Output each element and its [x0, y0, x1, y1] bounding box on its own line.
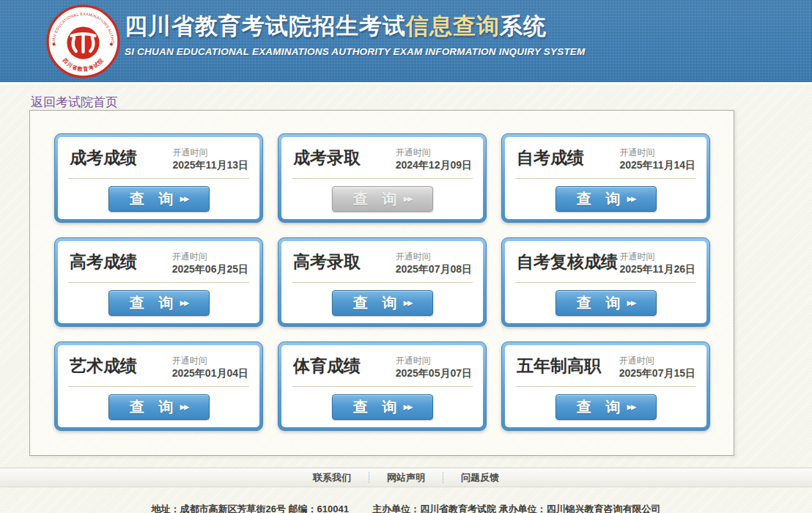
query-button[interactable]: 查 询▸▸ [108, 290, 210, 316]
card-button-row: 查 询▸▸ [281, 179, 483, 219]
query-button[interactable]: 查 询▸▸ [556, 186, 657, 212]
card-head: 体育成绩 开通时间 2025年05月07日 [281, 345, 483, 386]
seal-diamond-left: ◆ [52, 41, 56, 46]
query-button-label: 查 询 [576, 293, 620, 313]
card-sports-score: 体育成绩 开通时间 2025年05月07日 查 询▸▸ [278, 342, 487, 431]
open-time-label: 开通时间 [396, 355, 472, 366]
organizer-text: 主办单位：四川省教育考试院 承办单位：四川锦兴教育咨询有限公司 [372, 503, 661, 513]
card-title: 自考成绩 [517, 147, 584, 169]
query-button-label: 查 询 [129, 293, 173, 313]
card-button-row: 查 询▸▸ [281, 387, 483, 427]
double-arrow-icon: ▸▸ [180, 192, 188, 205]
query-button-disabled[interactable]: 查 询▸▸ [332, 186, 433, 212]
card-head: 自考复核成绩 开通时间 2025年11月26日 [505, 241, 706, 282]
contact-us-link[interactable]: 联系我们 [313, 472, 351, 483]
card-button-row: 查 询▸▸ [58, 283, 259, 323]
seal-diamond-right: ◆ [110, 41, 114, 46]
query-button[interactable]: 查 询▸▸ [556, 394, 657, 420]
open-time-label: 开通时间 [619, 355, 695, 366]
double-arrow-icon: ▸▸ [403, 296, 411, 309]
site-title-prefix: 四川省教育考试院招生考试 [125, 13, 406, 39]
open-time-block: 开通时间 2025年01月04日 [172, 355, 248, 380]
card-art-score: 艺术成绩 开通时间 2025年01月04日 查 询▸▸ [54, 342, 263, 431]
query-button[interactable]: 查 询▸▸ [332, 394, 433, 420]
card-button-row: 查 询▸▸ [505, 179, 706, 219]
open-time-block: 开通时间 2025年05月07日 [396, 355, 472, 380]
site-title-suffix: 系统 [500, 13, 547, 39]
query-button-label: 查 询 [576, 189, 620, 209]
card-title: 高考录取 [293, 251, 361, 273]
query-button-label: 查 询 [353, 293, 396, 313]
open-time-label: 开通时间 [396, 251, 472, 262]
query-button-label: 查 询 [129, 397, 173, 417]
open-time-date: 2025年01月04日 [172, 366, 248, 380]
double-arrow-icon: ▸▸ [627, 400, 635, 413]
open-time-date: 2025年06月25日 [172, 262, 248, 276]
card-button-row: 查 询▸▸ [58, 387, 259, 427]
double-arrow-icon: ▸▸ [403, 400, 411, 413]
address-text: 地址：成都市高新区芳草街26号 邮编：610041 [151, 503, 348, 513]
query-button-label: 查 询 [129, 189, 173, 209]
open-time-date: 2025年11月13日 [172, 158, 248, 172]
open-time-label: 开通时间 [172, 251, 248, 262]
footer-link-item: 问题反馈 [443, 472, 517, 483]
feedback-link[interactable]: 问题反馈 [461, 472, 499, 483]
card-title: 体育成绩 [293, 355, 361, 377]
open-time-block: 开通时间 2025年11月26日 [619, 251, 695, 276]
card-head: 艺术成绩 开通时间 2025年01月04日 [58, 345, 259, 386]
card-title: 自考复核成绩 [517, 251, 618, 273]
card-body: 五年制高职 开通时间 2025年07月15日 查 询▸▸ [505, 345, 706, 427]
card-chengkao-admission: 成考录取 开通时间 2024年12月09日 查 询▸▸ [278, 133, 487, 223]
card-body: 成考录取 开通时间 2024年12月09日 查 询▸▸ [281, 137, 483, 219]
open-time-block: 开通时间 2025年11月13日 [172, 147, 248, 172]
open-time-label: 开通时间 [172, 147, 248, 158]
header-title-block: 四川省教育考试院招生考试信息查询系统 SI CHUAN EDUCATIONAL … [125, 11, 586, 57]
query-button[interactable]: 查 询▸▸ [108, 394, 210, 420]
card-title: 艺术成绩 [70, 355, 137, 377]
card-body: 体育成绩 开通时间 2025年05月07日 查 询▸▸ [281, 345, 483, 427]
card-body: 高考录取 开通时间 2025年07月08日 查 询▸▸ [281, 241, 483, 323]
query-button[interactable]: 查 询▸▸ [332, 290, 433, 316]
open-time-date: 2025年07月15日 [619, 366, 695, 380]
double-arrow-icon: ▸▸ [627, 296, 635, 309]
card-body: 成考成绩 开通时间 2025年11月13日 查 询▸▸ [58, 137, 259, 219]
card-gaokao-score: 高考成绩 开通时间 2025年06月25日 查 询▸▸ [54, 237, 263, 327]
footer-links: 联系我们 网站声明 问题反馈 [295, 472, 517, 483]
card-five-year-vocational: 五年制高职 开通时间 2025年07月15日 查 询▸▸ [501, 342, 710, 431]
app-header: SICHUAN EDUCATIONAL EXAMINATIONS AUTHORI… [0, 0, 812, 82]
card-button-row: 查 询▸▸ [505, 387, 706, 427]
card-zikao-score: 自考成绩 开通时间 2025年11月14日 查 询▸▸ [501, 133, 710, 223]
query-button-label: 查 询 [576, 397, 620, 417]
authority-seal-logo: SICHUAN EDUCATIONAL EXAMINATIONS AUTHORI… [45, 4, 121, 79]
card-zikao-review-score: 自考复核成绩 开通时间 2025年11月26日 查 询▸▸ [501, 237, 710, 327]
query-button[interactable]: 查 询▸▸ [556, 290, 657, 316]
back-to-home-link[interactable]: 返回考试院首页 [31, 95, 118, 109]
card-chengkao-score: 成考成绩 开通时间 2025年11月13日 查 询▸▸ [54, 133, 263, 223]
card-title: 高考成绩 [70, 251, 137, 273]
site-title-highlight: 信息查询 [406, 13, 500, 39]
card-title: 五年制高职 [517, 355, 601, 377]
open-time-block: 开通时间 2025年07月08日 [396, 251, 472, 276]
card-body: 自考复核成绩 开通时间 2025年11月26日 查 询▸▸ [505, 241, 706, 323]
card-body: 高考成绩 开通时间 2025年06月25日 查 询▸▸ [58, 241, 259, 323]
open-time-date: 2025年07月08日 [396, 262, 472, 276]
card-head: 成考成绩 开通时间 2025年11月13日 [58, 137, 259, 178]
card-head: 五年制高职 开通时间 2025年07月15日 [505, 345, 706, 386]
site-statement-link[interactable]: 网站声明 [387, 472, 425, 483]
footer-link-item: 网站声明 [369, 472, 443, 483]
double-arrow-icon: ▸▸ [180, 296, 188, 309]
open-time-label: 开通时间 [619, 147, 695, 158]
footer-links-band: 联系我们 网站声明 问题反馈 [0, 468, 812, 487]
bottom-info: 地址：成都市高新区芳草街26号 邮编：610041主办单位：四川省教育考试院 承… [0, 503, 812, 513]
double-arrow-icon: ▸▸ [627, 192, 635, 205]
open-time-date: 2025年11月14日 [619, 158, 695, 172]
query-button[interactable]: 查 询▸▸ [108, 186, 210, 212]
card-head: 高考录取 开通时间 2025年07月08日 [281, 241, 483, 282]
double-arrow-icon: ▸▸ [180, 400, 188, 413]
footer-link-item: 联系我们 [295, 472, 369, 483]
open-time-label: 开通时间 [396, 147, 472, 158]
card-button-row: 查 询▸▸ [281, 283, 483, 323]
open-time-date: 2025年11月26日 [619, 262, 695, 276]
card-title: 成考成绩 [70, 147, 137, 169]
card-body: 自考成绩 开通时间 2025年11月14日 查 询▸▸ [505, 137, 706, 219]
